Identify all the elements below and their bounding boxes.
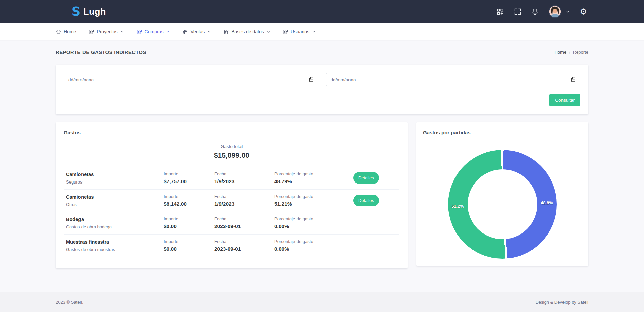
fecha-cell: Fecha 1/9/2023 — [214, 194, 274, 207]
page-content: REPORTE DE GASTOS INDIRECTOS Home / Repo… — [0, 40, 644, 292]
grid-icon — [283, 29, 288, 34]
nav-item-ventas[interactable]: Ventas — [182, 29, 211, 34]
chevron-down-icon — [166, 30, 170, 34]
breadcrumb: Home / Reporte — [554, 50, 588, 55]
user-menu[interactable] — [549, 5, 570, 18]
consultar-button[interactable]: Consultar — [549, 94, 580, 106]
donut-slice-label: 51.2% — [451, 204, 464, 209]
pct-value: 48.79% — [274, 178, 353, 185]
importe-cell: Importe $7,757.00 — [164, 171, 214, 185]
pct-cell: Porcentaje de gasto 0.00% — [274, 216, 353, 229]
nav-item-usuarios[interactable]: Usuarios — [283, 29, 316, 34]
importe-value: $7,757.00 — [164, 178, 214, 185]
expense-row: Bodega Gastos de obra bodega Importe $0.… — [64, 212, 399, 235]
fecha-value: 1/9/2023 — [214, 178, 274, 185]
nav-label: Home — [64, 29, 76, 34]
topbar-actions: ⚙ — [496, 5, 587, 18]
expense-subtitle: Gastos de obra bodega — [66, 224, 164, 229]
expense-name-cell: Camionetas Otros — [66, 194, 164, 207]
total-label: Gasto total — [64, 144, 399, 149]
detalles-button[interactable]: Detalles — [353, 195, 379, 206]
grid-icon — [137, 29, 142, 34]
chart-card: Gastos por partidas 48.8%51.2% — [416, 122, 588, 266]
nav-label: Bases de datos — [231, 29, 264, 34]
pct-label: Porcentaje de gasto — [274, 171, 353, 176]
nav-item-bases-de-datos[interactable]: Bases de datos — [224, 29, 270, 34]
chevron-down-icon — [207, 30, 211, 34]
importe-value: $0.00 — [164, 246, 214, 252]
fecha-cell: Fecha 2023-09-01 — [214, 239, 274, 252]
chart-card-title: Gastos por partidas — [423, 129, 582, 135]
fecha-value: 2023-09-01 — [214, 223, 274, 229]
pct-label: Porcentaje de gasto — [274, 216, 353, 221]
fullscreen-icon[interactable] — [514, 8, 521, 15]
cards-row: Gastos Gasto total $15,899.00 Camionetas… — [56, 122, 588, 268]
fecha-value: 1/9/2023 — [214, 201, 274, 207]
importe-cell: Importe $8,142.00 — [164, 194, 214, 207]
settings-gear-icon[interactable]: ⚙ — [580, 8, 587, 16]
donut-chart[interactable]: 48.8%51.2% — [448, 150, 557, 259]
donut-wrap: 48.8%51.2% — [423, 150, 582, 259]
pct-label: Porcentaje de gasto — [274, 194, 353, 199]
apps-grid-icon[interactable] — [496, 8, 504, 15]
breadcrumb-home-link[interactable]: Home — [554, 50, 566, 55]
expense-name: Muestras finesstra — [66, 239, 164, 245]
date-to-input[interactable] — [326, 73, 581, 86]
grid-icon — [89, 29, 94, 34]
date-to-field — [326, 73, 581, 86]
avatar-chevron-down-icon — [566, 10, 570, 14]
expense-name-cell: Muestras finesstra Gastos de obra muestr… — [66, 239, 164, 252]
page-head: REPORTE DE GASTOS INDIRECTOS Home / Repo… — [56, 49, 588, 55]
importe-label: Importe — [164, 194, 214, 199]
breadcrumb-current: Reporte — [573, 50, 588, 55]
footer: 2023 © Satell. Design & Develop by Satel… — [0, 292, 644, 312]
fecha-cell: Fecha 2023-09-01 — [214, 216, 274, 229]
logo[interactable]: S Lugh — [71, 6, 106, 17]
pct-value: 51.21% — [274, 201, 353, 207]
fecha-label: Fecha — [214, 216, 274, 221]
expense-name: Bodega — [66, 217, 164, 222]
action-cell: Detalles — [353, 195, 399, 206]
nav-label: Compras — [145, 29, 164, 34]
nav-label: Ventas — [190, 29, 205, 34]
nav-item-compras[interactable]: Compras — [137, 29, 170, 34]
logo-text: Lugh — [83, 7, 106, 17]
date-from-input[interactable] — [64, 73, 318, 86]
nav-label: Usuarios — [291, 29, 309, 34]
donut-slice-label: 48.8% — [541, 200, 553, 205]
footer-copyright: 2023 © Satell. — [56, 300, 83, 305]
importe-label: Importe — [164, 171, 214, 176]
expense-subtitle: Otros — [66, 202, 164, 207]
pct-cell: Porcentaje de gasto 48.79% — [274, 171, 353, 185]
footer-credit: Design & Develop by Satell — [535, 300, 588, 305]
pct-label: Porcentaje de gasto — [274, 239, 353, 244]
expense-row: Muestras finesstra Gastos de obra muestr… — [64, 235, 399, 257]
pct-cell: Porcentaje de gasto 51.21% — [274, 194, 353, 207]
grid-icon — [224, 29, 229, 34]
pct-value: 0.00% — [274, 223, 353, 229]
importe-cell: Importe $0.00 — [164, 216, 214, 229]
detalles-button[interactable]: Detalles — [353, 172, 379, 184]
expense-name-cell: Camionetas Seguros — [66, 172, 164, 185]
expense-name: Camionetas — [66, 172, 164, 177]
nav-item-proyectos[interactable]: Proyectos — [89, 29, 124, 34]
expense-row: Camionetas Seguros Importe $7,757.00 Fec… — [64, 167, 399, 190]
nav-item-home[interactable]: Home — [56, 29, 76, 34]
bell-icon[interactable] — [531, 8, 539, 15]
expense-subtitle: Seguros — [66, 179, 164, 185]
expense-table: Camionetas Seguros Importe $7,757.00 Fec… — [64, 167, 399, 257]
page-title: REPORTE DE GASTOS INDIRECTOS — [56, 49, 146, 55]
total-block: Gasto total $15,899.00 — [64, 144, 399, 159]
nav-label: Proyectos — [97, 29, 117, 34]
fecha-label: Fecha — [214, 194, 274, 199]
expenses-card: Gastos Gasto total $15,899.00 Camionetas… — [56, 122, 408, 268]
importe-label: Importe — [164, 216, 214, 221]
main-nav: Home Proyectos Compras Ventas Bases de d… — [0, 23, 644, 40]
pct-cell: Porcentaje de gasto 0.00% — [274, 239, 353, 252]
logo-s-icon: S — [71, 6, 81, 17]
fecha-label: Fecha — [214, 171, 274, 176]
chevron-down-icon — [312, 30, 316, 34]
importe-label: Importe — [164, 239, 214, 244]
chevron-down-icon — [120, 30, 124, 34]
avatar[interactable] — [549, 5, 561, 18]
